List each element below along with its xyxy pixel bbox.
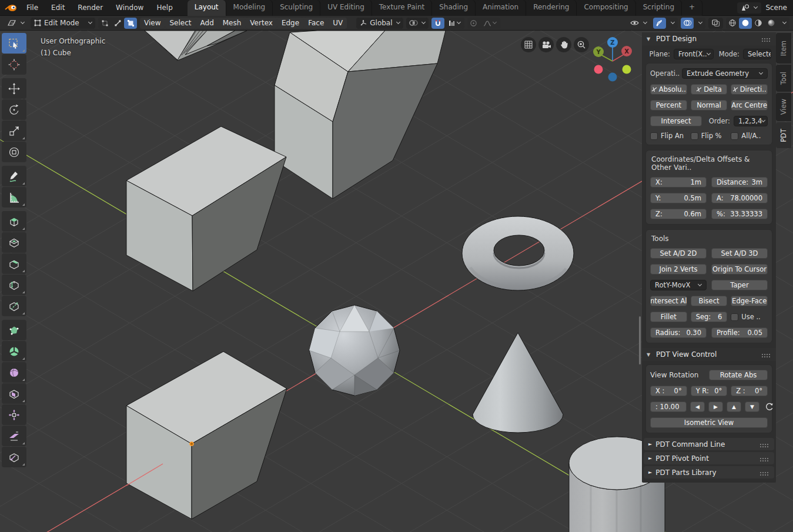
flip-percent-checkbox[interactable] xyxy=(691,132,698,140)
fillet-button[interactable]: Fillet xyxy=(650,312,687,322)
menu-add[interactable]: Add xyxy=(196,18,218,29)
pdt-design-header[interactable]: ▼ PDT Design xyxy=(642,32,776,45)
normal-button[interactable]: Normal xyxy=(691,100,728,111)
mesh-striped-block[interactable] xyxy=(145,31,247,61)
drag-handle-icon[interactable] xyxy=(762,38,763,39)
rendered-shading-button[interactable] xyxy=(765,18,778,29)
workspace-tab-layout[interactable]: Layout xyxy=(188,0,226,16)
mode-dropdown[interactable]: Selected xyxy=(743,49,771,59)
percent-button[interactable]: Percent xyxy=(650,100,687,111)
taper-axes-dropdown[interactable]: RotY-MovX xyxy=(650,280,707,290)
pdt-view-control-header[interactable]: ▼ PDT View Control xyxy=(642,348,776,361)
gizmo-y-axis[interactable]: Y xyxy=(593,46,604,57)
overlays-toggle-button[interactable] xyxy=(681,18,694,29)
gizmo-z-axis[interactable]: Z xyxy=(607,37,618,48)
workspace-tab-animation[interactable]: Animation xyxy=(476,0,526,16)
set-ad-3d-button[interactable]: Set A/D 3D xyxy=(711,248,768,259)
orbit-up-button[interactable]: ▲ xyxy=(727,401,741,412)
tab-pdt[interactable]: PDT xyxy=(776,122,791,148)
mesh-cone[interactable] xyxy=(473,333,563,433)
segments-field[interactable]: Seg: 6 xyxy=(691,312,728,322)
tool-edge-slide[interactable] xyxy=(2,383,26,404)
tool-rotate[interactable] xyxy=(2,99,26,120)
tool-bevel[interactable] xyxy=(2,253,26,274)
tool-scale[interactable] xyxy=(2,121,26,141)
menu-vertex[interactable]: Vertex xyxy=(246,18,277,29)
tool-transform[interactable] xyxy=(2,142,26,162)
menu-uv[interactable]: UV xyxy=(329,18,347,29)
snap-toggle-button[interactable] xyxy=(431,18,444,29)
gizmo-z-negative[interactable] xyxy=(608,73,617,82)
gizmo-y-negative[interactable] xyxy=(623,65,631,74)
scene-name[interactable]: Scene xyxy=(765,4,787,12)
tool-loop-cut[interactable] xyxy=(2,275,26,295)
tool-knife[interactable] xyxy=(2,296,26,316)
editor-type-button[interactable] xyxy=(4,18,28,29)
3d-viewport[interactable]: User Orthographic (1) Cube xyxy=(0,31,793,532)
gizmo-x-axis[interactable]: X xyxy=(621,46,632,56)
selected-vertex[interactable] xyxy=(190,442,193,446)
solid-shading-button[interactable] xyxy=(739,18,752,29)
bisect-button[interactable]: Bisect xyxy=(691,296,728,306)
drag-handle-icon[interactable] xyxy=(760,472,761,473)
tool-rip-region[interactable] xyxy=(2,447,26,467)
tool-extrude-region[interactable] xyxy=(2,211,26,232)
plane-dropdown[interactable]: Front(X.. xyxy=(674,49,714,59)
menu-view[interactable]: View xyxy=(140,18,165,29)
y-coordinate-field[interactable]: Y: 0.5m xyxy=(650,193,707,203)
taper-button[interactable]: Taper xyxy=(711,280,768,290)
mesh-cube-center[interactable] xyxy=(126,126,286,291)
proportional-toggle-button[interactable] xyxy=(467,18,480,29)
tool-shear[interactable] xyxy=(2,426,26,446)
tool-shrink-fatten[interactable] xyxy=(2,404,26,425)
workspace-tab-sculpting[interactable]: Sculpting xyxy=(273,0,320,16)
isometric-view-button[interactable]: Isometric View xyxy=(650,417,768,428)
tool-spin[interactable] xyxy=(2,341,26,362)
workspace-tab-modeling[interactable]: Modeling xyxy=(226,0,273,16)
tab-view[interactable]: View xyxy=(776,93,791,121)
menu-mesh[interactable]: Mesh xyxy=(219,18,246,29)
vertex-select-button[interactable] xyxy=(98,18,111,29)
pdt-command-line-header[interactable]: ► PDT Command Line xyxy=(644,438,774,450)
tab-tool[interactable]: Tool xyxy=(776,65,791,92)
visibility-dropdown[interactable] xyxy=(627,18,650,29)
face-select-button[interactable] xyxy=(124,18,137,29)
add-workspace-button[interactable]: + xyxy=(682,0,702,16)
menu-face[interactable]: Face xyxy=(304,18,328,29)
workspace-tab-uv-editing[interactable]: UV Editing xyxy=(320,0,372,16)
gizmo-toggle-button[interactable] xyxy=(653,18,666,29)
workspace-tab-scripting[interactable]: Scripting xyxy=(636,0,682,16)
panel-scrollbar[interactable] xyxy=(639,316,641,364)
z-coordinate-field[interactable]: Z: 0.6m xyxy=(650,209,707,219)
pan-button[interactable] xyxy=(556,37,571,52)
set-ad-2d-button[interactable]: Set A/D 2D xyxy=(650,248,707,259)
menu-select[interactable]: Select xyxy=(165,18,195,29)
pdt-parts-library-header[interactable]: ► PDT Parts Library xyxy=(644,466,774,479)
tool-smooth[interactable] xyxy=(2,362,26,383)
material-shading-button[interactable] xyxy=(752,18,765,29)
menu-help[interactable]: Help xyxy=(150,0,179,16)
tool-cursor[interactable] xyxy=(2,54,26,75)
origin-to-cursor-button[interactable]: Origin To Cursor xyxy=(711,264,768,275)
gizmo-x-negative[interactable] xyxy=(594,65,603,74)
pivot-dropdown[interactable] xyxy=(406,18,429,29)
rotate-abs-button[interactable]: Rotate Abs xyxy=(709,370,768,380)
operation-dropdown[interactable]: Extrude Geometry xyxy=(682,68,768,79)
pdt-pivot-point-header[interactable]: ► PDT Pivot Point xyxy=(644,452,774,464)
view-z-field[interactable]: Z : 0° xyxy=(731,386,768,396)
mesh-torus[interactable] xyxy=(462,216,574,290)
falloff-dropdown[interactable] xyxy=(480,18,500,29)
menu-window[interactable]: Window xyxy=(109,0,150,16)
workspace-tab-texture-paint[interactable]: Texture Paint xyxy=(372,0,432,16)
x-coordinate-field[interactable]: X: 1m xyxy=(650,177,707,188)
gizmo-dropdown[interactable] xyxy=(666,18,678,29)
camera-view-button[interactable] xyxy=(538,37,554,52)
view-y-field[interactable]: Y R: 0° xyxy=(691,386,728,396)
wireframe-shading-button[interactable] xyxy=(726,18,739,29)
view-angle-field[interactable]: : 10.00 xyxy=(650,401,687,412)
shading-dropdown[interactable] xyxy=(778,18,789,29)
tool-annotate[interactable] xyxy=(2,166,26,186)
tool-move[interactable] xyxy=(2,78,26,99)
view-x-field[interactable]: X : 0° xyxy=(650,386,687,396)
intersect-button[interactable]: Intersect xyxy=(650,116,702,126)
